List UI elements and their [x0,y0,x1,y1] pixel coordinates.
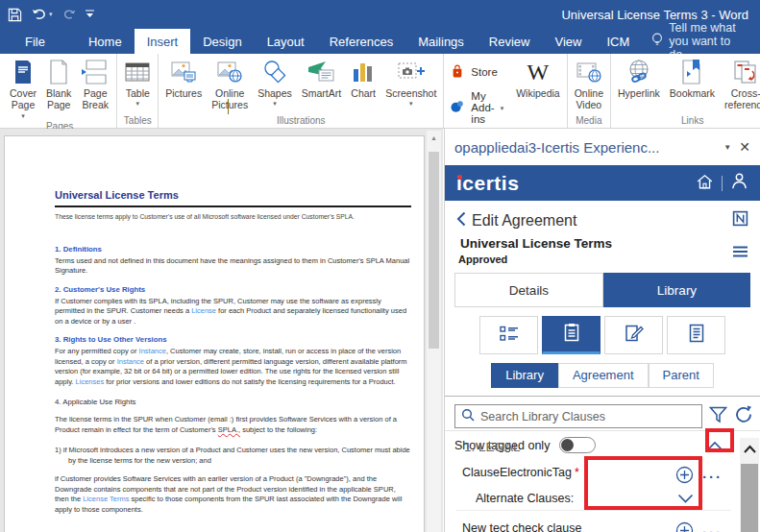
bookmark-icon [679,57,704,87]
search-input[interactable] [480,410,696,423]
tab-home[interactable]: Home [76,29,135,54]
blank-page-button[interactable]: Blank Page [41,55,76,120]
pane-close-icon[interactable]: ✕ [739,139,750,155]
pane-scrollbar-thumb[interactable] [741,464,758,532]
tab-insert[interactable]: Insert [135,29,191,54]
shapes-dropdown-icon[interactable]: ▾ [273,100,277,108]
pane-scrollbar[interactable] [740,438,759,532]
refresh-icon[interactable] [734,405,752,427]
shapes-icon [262,57,287,87]
document-page[interactable]: Universal License Terms These license te… [4,135,425,532]
home-icon[interactable] [696,173,714,194]
doc-heading: 1. Definitions [55,245,411,255]
document-edit-icon [625,324,644,347]
tab-references[interactable]: References [317,29,405,54]
my-addins-dropdown-icon[interactable]: ▾ [501,105,504,112]
wikipedia-button[interactable]: W Wikipedia [511,55,565,130]
smartart-button[interactable]: SmartArt [297,55,346,114]
bookmark-button[interactable]: Bookmark [665,55,720,114]
doc-paragraph: For any permitted copy or Instance, Cust… [55,347,411,387]
screenshot-icon [397,57,426,87]
tab-agreement-clauses[interactable]: Agreement [558,363,649,388]
scroll-up-icon[interactable]: ▲ [427,131,441,141]
edit-agreement-row: Edit Agreement [445,201,760,230]
document-lines-icon [689,324,704,347]
tab-view[interactable]: View [542,29,594,54]
cover-page-icon [12,57,35,87]
user-profile-icon[interactable] [730,172,748,194]
page-break-button[interactable]: Page Break [76,55,114,120]
tag-clause-plus-icon[interactable] [675,521,694,532]
tab-library-clauses[interactable]: Library [491,363,558,388]
store-button[interactable]: Store [446,59,511,85]
search-icon [461,408,475,425]
document-list-view-button[interactable] [667,316,725,354]
more-options-icon[interactable]: ··· [702,472,723,482]
cross-reference-button[interactable]: Cross- reference [720,55,760,114]
details-list-view-button[interactable] [479,316,538,354]
document-content: Universal License Terms These license te… [55,188,411,521]
ribbon-group-media: Online Video Media [568,54,611,128]
document-area: Universal License Terms These license te… [0,129,443,532]
document-scrollbar[interactable]: ▲ [427,131,441,532]
online-pictures-button[interactable]: Online Pictures [207,55,253,114]
word-window: { "window": { "title": "Universal Licens… [0,0,760,532]
menu-icon[interactable] [732,244,748,261]
online-video-button[interactable]: Online Video [570,55,608,114]
alternate-clauses-label: Alternate Clauses: [445,492,574,505]
agreement-name: Universal License Terms [456,236,612,251]
tab-details[interactable]: Details [454,273,603,307]
artifact-line [228,99,229,114]
back-chevron-icon [456,211,466,230]
clipboard-icon [564,323,579,346]
lightbulb-icon [651,33,663,50]
section-title: 1. LEGAL [464,440,706,454]
notes-icon[interactable] [732,210,748,230]
tab-design[interactable]: Design [190,29,254,54]
customize-quick-access-icon[interactable] [86,10,94,19]
pictures-button[interactable]: Pictures [160,55,207,114]
tab-review[interactable]: Review [477,29,543,54]
clipboard-view-button[interactable] [542,316,601,354]
undo-button[interactable]: ▾ [32,9,53,21]
chart-button[interactable]: Chart [346,55,380,114]
tab-mailings[interactable]: Mailings [405,29,477,54]
hyperlink-button[interactable]: Hyperlink [613,55,665,114]
tab-file[interactable]: File [10,29,61,54]
search-box[interactable] [454,404,702,428]
filter-icon[interactable] [709,406,727,427]
tab-parent-clauses[interactable]: Parent [649,363,714,388]
document-edit-view-button[interactable] [604,316,663,354]
shapes-button[interactable]: Shapes ▾ [253,55,297,114]
screenshot-dropdown-icon[interactable]: ▾ [409,100,413,108]
my-addins-icon [450,99,465,116]
redo-button[interactable] [62,9,76,21]
table-button[interactable]: Table ▾ [119,55,156,114]
banner-divider [722,176,723,191]
more-options-icon[interactable]: ··· [702,528,723,532]
doc-paragraph: The license terms in the SPUR when Custo… [55,415,411,435]
ribbon-group-pages: Cover Page ▾ Blank Page Page Break Pages [3,54,117,128]
pane-options-dropdown-icon[interactable]: ▼ [723,143,731,152]
tab-layout[interactable]: Layout [255,29,317,54]
save-icon[interactable] [8,8,22,22]
back-button[interactable]: Edit Agreement [456,211,576,230]
undo-dropdown-icon[interactable]: ▾ [49,11,53,18]
icertis-task-pane: opappliedai3-Icertis Experienc... ▼ ✕ ic… [444,129,760,532]
pane-scroll-up-icon[interactable] [740,438,759,453]
tab-library[interactable]: Library [603,273,750,307]
ribbon-tab-row: File Home Insert Design Layout Reference… [0,29,760,54]
tab-icm[interactable]: ICM [594,29,642,54]
table-dropdown-icon[interactable]: ▾ [136,100,140,108]
cover-page-dropdown-icon[interactable]: ▾ [21,112,25,120]
group-label-media: Media [570,114,608,128]
clause-row: New tect check clause ··· [445,521,760,532]
cover-page-button[interactable]: Cover Page ▾ [5,55,41,120]
document-scrollbar-thumb[interactable] [429,152,439,349]
clause-source-tabs: Library Agreement Parent [445,363,760,388]
tell-me-box[interactable]: Tell me what you want to do... [642,29,760,54]
library-icon-tabs [445,316,760,354]
my-addins-button[interactable]: My Add-ins ▾ [446,85,511,130]
doc-heading: 3. Rights to Use Other Versions [55,335,411,346]
screenshot-button[interactable]: Screenshot ▾ [380,55,441,114]
